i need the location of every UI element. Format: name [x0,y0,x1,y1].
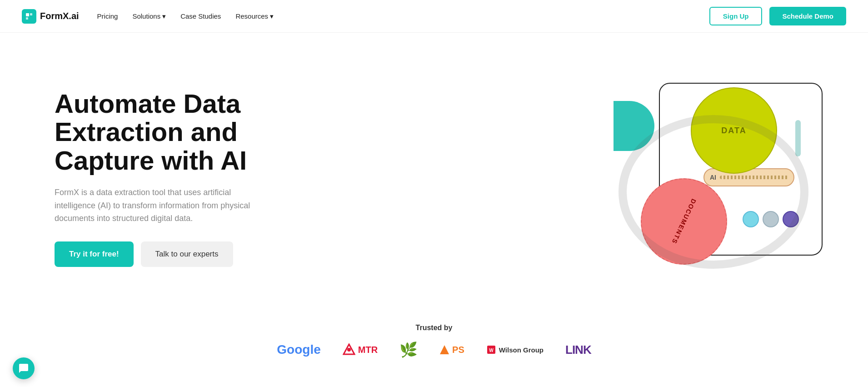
nav-right: Sign Up Schedule Demo [709,7,846,25]
hero-buttons: Try it for free! Talk to our experts [55,241,309,267]
nav-link-pricing[interactable]: Pricing [97,12,118,20]
svg-marker-6 [440,345,449,354]
chevron-down-icon: ▾ [162,12,166,20]
logo-leaf: 🌿 [399,341,418,358]
ai-label: AI [710,174,716,181]
trusted-section: Trusted by Google MTR 🌿 PS W Wilson Grou… [0,315,868,367]
logo-mtr: MTR [343,343,378,356]
vertical-bar [795,120,801,156]
hero-title: Automate Data Extraction and Capture wit… [55,90,309,175]
nav-link-solutions[interactable]: Solutions ▾ [132,12,166,20]
hero-illustration: AI DATA DOCUMENTS [595,65,832,292]
navbar: FormX.ai Pricing Solutions ▾ Case Studie… [0,0,868,33]
small-circle-3 [783,211,799,227]
trusted-label: Trusted by [0,324,868,332]
hero-section: Automate Data Extraction and Capture wit… [0,33,868,315]
try-free-button[interactable]: Try it for free! [55,241,134,267]
logo-icon [22,9,36,24]
small-circle-1 [743,211,759,227]
svg-rect-0 [26,13,29,16]
docs-circle-label: DOCUMENTS [670,198,698,246]
logo-wilson-group: W Wilson Group [486,345,544,355]
logo[interactable]: FormX.ai [22,9,79,24]
hero-subtitle: FormX is a data extraction tool that use… [55,186,273,225]
logo-google: Google [277,342,320,357]
svg-rect-1 [30,13,32,15]
chevron-down-icon: ▾ [270,12,274,20]
talk-experts-button[interactable]: Talk to our experts [141,241,233,267]
documents-circle: DOCUMENTS [641,178,727,265]
nav-links: Pricing Solutions ▾ Case Studies Resourc… [97,12,274,20]
svg-rect-2 [26,17,28,20]
signup-button[interactable]: Sign Up [709,7,763,25]
nav-link-resources[interactable]: Resources ▾ [235,12,274,20]
logo-link: LINK [565,343,591,357]
logo-text: FormX.ai [40,11,79,21]
nav-link-case-studies[interactable]: Case Studies [180,12,221,20]
nav-left: FormX.ai Pricing Solutions ▾ Case Studie… [22,9,274,24]
ai-wave [720,176,788,179]
svg-text:W: W [489,348,494,353]
data-circle-label: DATA [721,126,746,136]
svg-point-5 [347,348,351,352]
logo-ps: PS [439,345,464,355]
small-circles [743,211,799,227]
trusted-logos: Google MTR 🌿 PS W Wilson Group LINK [0,341,868,363]
hero-content: Automate Data Extraction and Capture wit… [55,90,309,267]
schedule-demo-button[interactable]: Schedule Demo [769,7,846,25]
green-d-shape [614,101,654,151]
small-circle-2 [763,211,779,227]
data-circle: DATA [691,87,777,174]
